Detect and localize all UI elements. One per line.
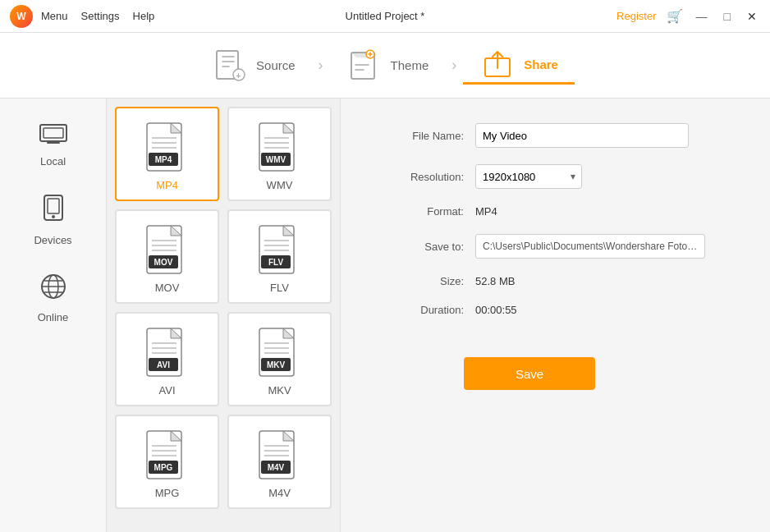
- format-card-mpg[interactable]: MPGMPG: [115, 415, 219, 509]
- file-icon-avi: AVI: [145, 327, 190, 378]
- format-label-avi: AVI: [159, 384, 176, 397]
- filename-label: File Name:: [374, 130, 464, 142]
- main-layout: Local Devices Online: [0, 99, 770, 532]
- svg-text:MP4: MP4: [154, 155, 172, 164]
- format-row: Format: MP4: [374, 205, 737, 218]
- title-bar: W Menu Settings Help Untitled Project * …: [0, 0, 770, 33]
- svg-rect-9: [48, 199, 59, 213]
- title-controls: Register 🛒 — □ ✕: [616, 8, 760, 24]
- register-link[interactable]: Register: [616, 10, 656, 22]
- format-label-mpg: MPG: [155, 487, 180, 499]
- step-theme[interactable]: Theme: [330, 48, 446, 84]
- step-share[interactable]: Share: [463, 46, 575, 85]
- file-icon-mp4: MP4: [145, 122, 190, 172]
- format-label-flv: FLV: [270, 282, 289, 294]
- format-label: Format:: [374, 205, 464, 218]
- duration-label: Duration:: [374, 304, 464, 316]
- menu-item-settings[interactable]: Settings: [81, 10, 120, 22]
- theme-icon: [346, 48, 383, 84]
- svg-text:MOV: MOV: [154, 258, 172, 267]
- format-card-mov[interactable]: MOVMOV: [115, 209, 219, 304]
- file-icon-wmv: WMV: [258, 122, 302, 172]
- sidebar: Local Devices Online: [0, 99, 107, 532]
- format-label-m4v: M4V: [268, 487, 291, 499]
- share-icon: [479, 46, 516, 82]
- menu-item-help[interactable]: Help: [133, 10, 155, 22]
- size-row: Size: 52.8 MB: [374, 275, 737, 287]
- project-title: Untitled Project *: [346, 10, 425, 22]
- format-card-flv[interactable]: FLVFLV: [227, 209, 332, 304]
- theme-label: Theme: [391, 58, 429, 72]
- source-icon: +: [212, 48, 248, 84]
- file-icon-mpg: MPG: [145, 429, 190, 480]
- resolution-row: Resolution: 1920x10801280x720854x480640x…: [374, 164, 737, 189]
- share-label: Share: [524, 57, 558, 71]
- format-grid: MP4MP4WMVWMVMOVMOVFLVFLVAVIAVIMKVMKVMPGM…: [115, 107, 332, 517]
- svg-text:FLV: FLV: [268, 258, 282, 267]
- arrow-2: ›: [445, 57, 463, 74]
- filename-row: File Name:: [374, 123, 737, 148]
- file-icon-mkv: MKV: [258, 327, 302, 378]
- source-label: Source: [256, 58, 296, 72]
- save-button[interactable]: Save: [464, 357, 595, 390]
- file-icon-mov: MOV: [145, 224, 190, 275]
- sidebar-item-devices[interactable]: Devices: [0, 179, 106, 258]
- minimize-button[interactable]: —: [693, 10, 711, 23]
- devices-label: Devices: [34, 234, 71, 246]
- format-label-wmv: WMV: [267, 179, 293, 191]
- step-bar: + Source › Theme › Share: [0, 33, 770, 99]
- svg-point-10: [52, 215, 55, 218]
- size-label: Size:: [374, 275, 464, 287]
- filename-input[interactable]: [475, 123, 689, 148]
- format-card-mkv[interactable]: MKVMKV: [227, 312, 332, 406]
- online-icon: [39, 273, 67, 306]
- svg-text:MPG: MPG: [154, 463, 172, 472]
- format-card-m4v[interactable]: M4VM4V: [227, 415, 332, 509]
- saveto-row: Save to: C:\Users\Public\Documents\Wonde…: [374, 234, 737, 259]
- local-icon: [39, 122, 68, 150]
- svg-rect-6: [40, 125, 66, 141]
- resolution-label: Resolution:: [374, 171, 464, 183]
- cart-icon[interactable]: 🛒: [667, 8, 683, 24]
- format-label-mov: MOV: [155, 282, 180, 294]
- resolution-select-wrapper: 1920x10801280x720854x480640x360: [475, 164, 582, 189]
- file-icon-m4v: M4V: [258, 429, 302, 480]
- format-card-wmv[interactable]: WMVWMV: [227, 107, 332, 201]
- sidebar-item-online[interactable]: Online: [0, 258, 106, 335]
- svg-text:AVI: AVI: [157, 360, 170, 369]
- duration-value: 00:00:55: [475, 304, 517, 316]
- settings-panel: File Name: Resolution: 1920x10801280x720…: [341, 99, 770, 532]
- svg-text:MKV: MKV: [266, 360, 285, 369]
- saveto-path: C:\Users\Public\Documents\Wondershare Fo…: [483, 241, 698, 252]
- menu-bar: Menu Settings Help: [41, 10, 154, 22]
- saveto-label: Save to:: [374, 241, 464, 253]
- format-card-avi[interactable]: AVIAVI: [115, 312, 219, 406]
- maximize-button[interactable]: □: [721, 10, 734, 23]
- svg-text:WMV: WMV: [265, 155, 286, 164]
- file-icon-flv: FLV: [258, 224, 302, 275]
- svg-text:M4V: M4V: [267, 463, 284, 472]
- format-label-mkv: MKV: [268, 384, 291, 397]
- menu-item-menu[interactable]: Menu: [41, 10, 68, 22]
- svg-rect-7: [44, 128, 63, 138]
- arrow-1: ›: [312, 57, 330, 74]
- format-grid-wrapper[interactable]: MP4MP4WMVWMVMOVMOVFLVFLVAVIAVIMKVMKVMPGM…: [107, 99, 340, 532]
- format-value: MP4: [475, 205, 497, 218]
- format-panel: MP4MP4WMVWMVMOVMOVFLVFLVAVIAVIMKVMKVMPGM…: [107, 99, 341, 532]
- devices-icon: [41, 194, 66, 229]
- sidebar-item-local[interactable]: Local: [0, 107, 106, 179]
- svg-text:+: +: [236, 71, 241, 80]
- size-value: 52.8 MB: [475, 275, 515, 287]
- online-label: Online: [38, 311, 69, 323]
- format-label-mp4: MP4: [156, 179, 178, 191]
- close-button[interactable]: ✕: [744, 10, 760, 23]
- saveto-input[interactable]: C:\Users\Public\Documents\Wondershare Fo…: [475, 234, 705, 259]
- local-label: Local: [40, 155, 66, 167]
- app-logo: W: [10, 5, 33, 28]
- format-card-mp4[interactable]: MP4MP4: [115, 107, 219, 201]
- duration-row: Duration: 00:00:55: [374, 304, 737, 316]
- resolution-select[interactable]: 1920x10801280x720854x480640x360: [475, 164, 582, 189]
- step-source[interactable]: + Source: [195, 48, 312, 84]
